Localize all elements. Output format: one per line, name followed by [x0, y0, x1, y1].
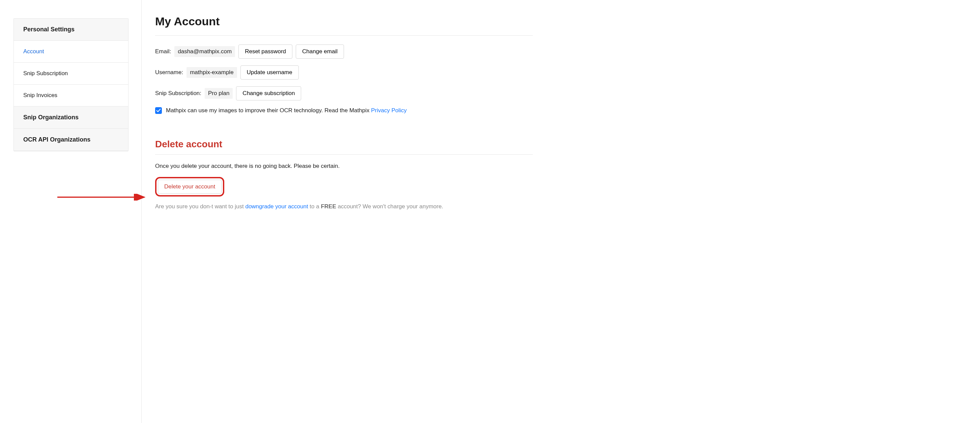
sidebar-item-snip-subscription[interactable]: Snip Subscription — [14, 63, 128, 84]
subscription-label: Snip Subscription: — [155, 90, 201, 97]
downgrade-free-bold: FREE — [321, 203, 336, 210]
consent-text-body: Mathpix can use my images to improve the… — [166, 107, 371, 114]
page-title: My Account — [155, 15, 533, 36]
consent-row: Mathpix can use my images to improve the… — [155, 107, 533, 114]
delete-account-heading: Delete account — [155, 139, 533, 155]
email-row: Email: dasha@mathpix.com Reset password … — [155, 45, 533, 59]
subscription-row: Snip Subscription: Pro plan Change subsc… — [155, 86, 533, 100]
username-label: Username: — [155, 69, 183, 76]
email-value: dasha@mathpix.com — [174, 46, 235, 57]
sidebar-header-ocr-api-orgs[interactable]: OCR API Organizations — [14, 129, 128, 151]
email-label: Email: — [155, 48, 171, 55]
subscription-value: Pro plan — [205, 88, 233, 99]
downgrade-account-link[interactable]: downgrade your account — [245, 203, 308, 210]
delete-warning-text: Once you delete your account, there is n… — [155, 163, 533, 170]
sidebar-header-snip-orgs[interactable]: Snip Organizations — [14, 107, 128, 129]
consent-checkbox[interactable] — [155, 107, 162, 114]
reset-password-button[interactable]: Reset password — [239, 45, 293, 59]
downgrade-prefix: Are you sure you don-t want to just — [155, 203, 245, 210]
arrow-annotation — [57, 194, 148, 200]
privacy-policy-link[interactable]: Privacy Policy — [371, 107, 407, 114]
delete-button-highlight: Delete your account — [155, 177, 224, 197]
downgrade-note: Are you sure you don-t want to just down… — [155, 203, 533, 210]
delete-account-button[interactable]: Delete your account — [158, 180, 221, 194]
sidebar-item-account[interactable]: Account — [14, 41, 128, 63]
consent-text: Mathpix can use my images to improve the… — [166, 107, 407, 114]
sidebar: Personal Settings Account Snip Subscript… — [0, 0, 142, 423]
main-content: My Account Email: dasha@mathpix.com Rese… — [142, 0, 546, 423]
downgrade-mid: to a — [308, 203, 321, 210]
username-row: Username: mathpix-example Update usernam… — [155, 65, 533, 80]
sidebar-header-personal: Personal Settings — [14, 19, 128, 41]
change-email-button[interactable]: Change email — [296, 45, 344, 59]
update-username-button[interactable]: Update username — [240, 65, 299, 80]
downgrade-suffix: account? We won't charge your anymore. — [336, 203, 444, 210]
sidebar-nav: Personal Settings Account Snip Subscript… — [13, 18, 129, 151]
username-value: mathpix-example — [186, 67, 237, 78]
sidebar-item-snip-invoices[interactable]: Snip Invoices — [14, 84, 128, 107]
checkmark-icon — [156, 108, 161, 113]
change-subscription-button[interactable]: Change subscription — [236, 86, 301, 100]
